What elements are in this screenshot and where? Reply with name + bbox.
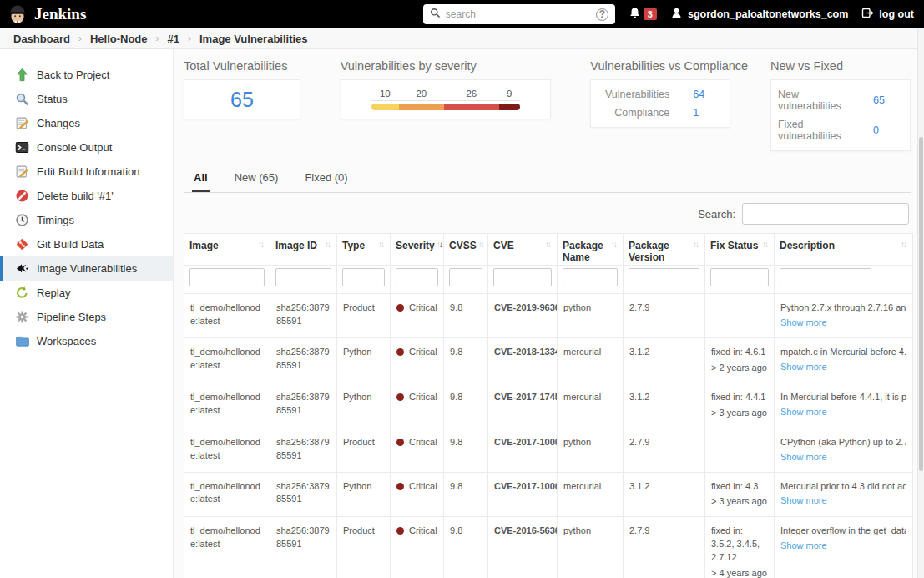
main-content: Total Vulnerabilities 65 Vulnerabilities…: [174, 49, 924, 578]
table-search-label: Search:: [698, 208, 735, 221]
table-search-row: Search:: [185, 203, 909, 225]
search-help-icon[interactable]: ?: [596, 8, 608, 21]
filter-input-package-version[interactable]: [629, 268, 699, 286]
sidebar-item-back-to-project[interactable]: Back to Project: [0, 63, 173, 87]
sidebar-item-label: Changes: [37, 117, 80, 129]
column-sort-control[interactable]: CVSS↑↓: [449, 240, 482, 251]
filter-input-package-name[interactable]: [563, 268, 618, 286]
new-vs-fixed-title: New vs Fixed: [770, 59, 911, 73]
fix-status-version: fixed in: 4.3: [711, 480, 768, 494]
sort-arrows-icon: ↑↓: [901, 240, 907, 249]
cell-fix-status: fixed in: 3.5.2, 3.4.5, 2.7.12> 4 years …: [705, 517, 775, 578]
filter-input-cve[interactable]: [493, 268, 552, 286]
sidebar-item-console-output[interactable]: Console Output: [0, 135, 173, 160]
cell-type: Python: [337, 337, 391, 383]
filter-cell-cvss: [444, 266, 488, 294]
notifications-button[interactable]: 3: [629, 7, 657, 23]
sidebar-item-git-build-data[interactable]: Git Build Data: [0, 232, 173, 256]
cell-severity: Critical: [391, 517, 444, 578]
column-sort-control[interactable]: Type↑↓: [342, 240, 385, 251]
sort-arrows-icon: ↑↓: [762, 240, 769, 249]
show-more-link[interactable]: Show more: [780, 406, 827, 419]
sidebar-item-replay[interactable]: Replay: [0, 281, 173, 305]
column-sort-control[interactable]: Package Version↑↓: [629, 240, 699, 263]
breadcrumb-item-1[interactable]: #1: [168, 33, 179, 45]
column-header-label: Image ID: [275, 240, 317, 251]
filter-input-description[interactable]: [780, 268, 871, 286]
cell-package-name: mercurial: [558, 383, 624, 428]
column-header-label: Package Version: [629, 240, 691, 263]
no-entry-icon: [15, 189, 29, 203]
show-more-link[interactable]: Show more: [780, 361, 827, 374]
show-more-link[interactable]: Show more: [780, 451, 827, 464]
scrollbar-thumb[interactable]: [919, 137, 923, 471]
jenkins-home-link[interactable]: Jenkins: [7, 3, 86, 25]
cell-package-version: 3.1.2: [624, 337, 705, 383]
breadcrumb-item-image-vulnerabilities[interactable]: Image Vulnerabilities: [199, 33, 308, 45]
tab-all[interactable]: All: [192, 165, 210, 192]
severity-dot-icon: [396, 439, 404, 446]
filter-input-cvss[interactable]: [449, 268, 482, 286]
new-vs-fixed-value: 0: [873, 124, 888, 136]
table-search-input[interactable]: [742, 203, 909, 225]
filter-input-type[interactable]: [342, 268, 385, 286]
sidebar-item-edit-build-information[interactable]: Edit Build Information: [0, 160, 173, 184]
column-sort-control[interactable]: Description↑↓: [780, 240, 907, 251]
tab-new-65[interactable]: New (65): [233, 165, 280, 192]
cell-fix-status: [705, 428, 775, 472]
column-sort-control[interactable]: Fix Status↑↓: [710, 240, 769, 251]
show-more-link[interactable]: Show more: [780, 317, 827, 330]
severity-segment-bar: [371, 104, 399, 110]
logout-button[interactable]: log out: [861, 7, 914, 22]
sidebar-item-image-vulnerabilities[interactable]: Image Vulnerabilities: [0, 256, 173, 281]
column-header-package-name: Package Name↑↓: [558, 234, 624, 266]
sort-arrows-icon: ↑↓: [545, 240, 552, 249]
column-sort-control[interactable]: CVE↑↓: [493, 240, 552, 251]
show-more-link[interactable]: Show more: [780, 494, 827, 508]
filter-input-image[interactable]: [189, 268, 265, 286]
cell-cve: CVE-2017-17458: [488, 383, 558, 428]
filter-cell-fix-status: [705, 266, 775, 294]
fix-status-version: fixed in: 4.4.1: [711, 391, 768, 404]
table-row: tl_demo/hellonode:latestsha256:387985591…: [184, 428, 913, 472]
filter-input-fix-status[interactable]: [710, 268, 769, 286]
severity-segment-bar: [399, 104, 444, 110]
cell-type: Product: [337, 428, 391, 472]
cell-cvss: 9.8: [444, 517, 488, 578]
description-text: mpatch.c in Mercurial before 4.6.1 misha…: [780, 346, 906, 359]
column-sort-control[interactable]: Image ID↑↓: [275, 240, 331, 251]
sidebar-item-label: Console Output: [37, 141, 112, 154]
column-sort-control[interactable]: Image↑↓: [189, 240, 265, 251]
column-header-label: CVSS: [449, 240, 477, 251]
sidebar-item-status[interactable]: Status: [0, 87, 173, 111]
sidebar-item-timings[interactable]: Timings: [0, 208, 173, 232]
filter-input-image-id[interactable]: [275, 268, 331, 286]
breadcrumb-item-dashboard[interactable]: Dashboard: [13, 33, 70, 45]
cell-package-version: 3.1.2: [624, 383, 705, 428]
severity-segment-bar: [499, 104, 520, 110]
severity-segment-label: 9: [499, 89, 520, 101]
gear-icon: [15, 310, 29, 324]
sidebar-item-changes[interactable]: Changes: [0, 111, 173, 135]
column-sort-control[interactable]: Severity↑↓: [396, 240, 438, 251]
vertical-scrollbar[interactable]: [917, 28, 924, 578]
breadcrumb-item-hello-node[interactable]: Hello-Node: [90, 33, 148, 45]
cell-description: mpatch.c in Mercurial before 4.6.1 misha…: [775, 337, 913, 383]
filter-input-severity[interactable]: [396, 268, 438, 286]
global-search-input[interactable]: [446, 8, 591, 20]
cell-fix-status: [705, 294, 775, 338]
sidebar-item-workspaces[interactable]: Workspaces: [0, 329, 173, 353]
sidebar-item-delete-build-1[interactable]: Delete build '#1': [0, 184, 173, 208]
column-sort-control[interactable]: Package Name↑↓: [563, 240, 618, 263]
cell-image: tl_demo/hellonode:latest: [184, 517, 270, 578]
cell-cvss: 9.8: [444, 383, 488, 428]
fix-status-version: fixed in: 3.5.2, 3.4.5, 2.7.12: [711, 525, 768, 565]
cell-description: In Mercurial before 4.4.1, it is possibl…: [775, 383, 913, 428]
vulns-vs-compliance-row: Compliance1: [598, 104, 723, 122]
show-more-link[interactable]: Show more: [780, 540, 827, 553]
tab-fixed-0[interactable]: Fixed (0): [303, 165, 349, 192]
sidebar-item-label: Replay: [37, 286, 70, 299]
user-menu-button[interactable]: sgordon_paloaltonetworks_com: [670, 7, 848, 22]
filter-cell-type: [337, 266, 391, 294]
sidebar-item-pipeline-steps[interactable]: Pipeline Steps: [0, 305, 173, 329]
